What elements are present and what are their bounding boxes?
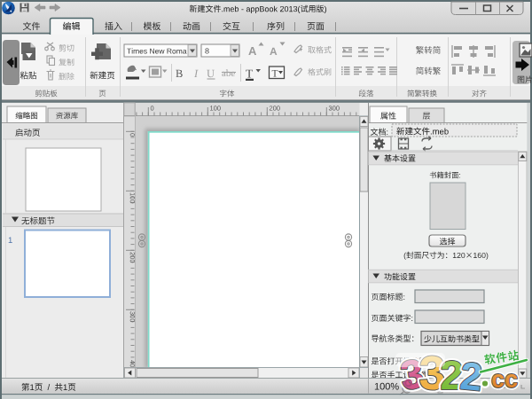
svg-text:2: 2: [458, 353, 484, 398]
